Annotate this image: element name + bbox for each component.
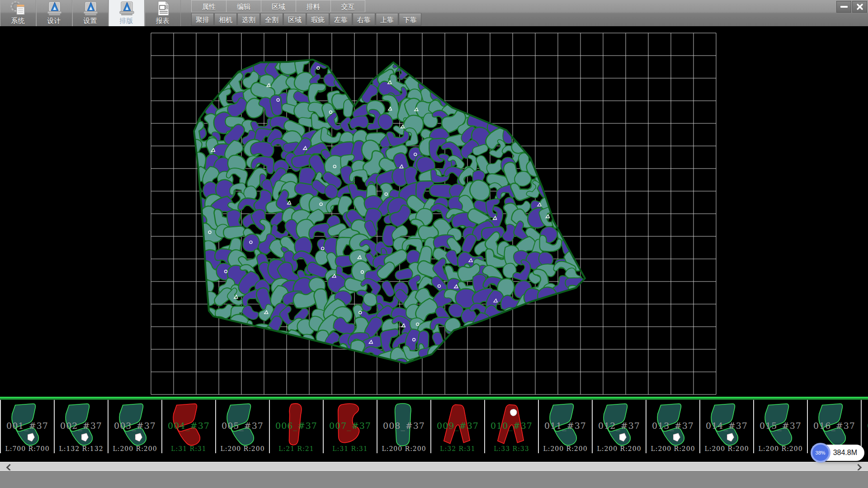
piece-lr-count: L:132 R:132 — [55, 445, 108, 452]
window-minimize-button[interactable] — [836, 1, 851, 13]
piece-id: 003_#37 — [108, 421, 161, 431]
memory-status-pill: 38% 384.8M — [812, 445, 864, 461]
piece-thumbnail[interactable]: 007_#37L:31 R:31 — [323, 400, 377, 453]
piece-thumbnail[interactable]: 010_#37L:33 R:33 — [484, 400, 538, 453]
tool-button-select-cut[interactable]: 选割 — [237, 13, 260, 26]
piece-thumbnail[interactable]: 003_#37L:200 R:200 — [108, 400, 161, 453]
tool-button-cut-all[interactable]: 全割 — [260, 13, 283, 26]
piece-lr-count: L:200 R:200 — [646, 445, 699, 452]
tool-button-bar: 聚排相机选割全割区域瑕疵左靠右靠上靠下靠 — [191, 13, 422, 26]
horizontal-scrollbar[interactable] — [0, 462, 868, 470]
tool-button-snap-top[interactable]: 上靠 — [376, 13, 398, 26]
main-button-layout[interactable]: 排版 — [108, 0, 145, 26]
piece-thumbnail[interactable]: 005_#37L:200 R:200 — [215, 400, 269, 453]
piece-thumbnail[interactable]: 017_#37L:31 R:31 — [861, 400, 868, 453]
window-controls — [835, 1, 867, 13]
main-button-design[interactable]: 设计 — [36, 0, 72, 26]
piece-thumbnail[interactable]: 011_#37L:200 R:200 — [538, 400, 592, 453]
menu-tab-bar: 属性编辑区域排料交互 — [191, 0, 365, 13]
tool-button-cluster-nest[interactable]: 聚排 — [191, 13, 214, 26]
piece-thumbnail[interactable]: 009_#37L:32 R:31 — [430, 400, 484, 453]
piece-lr-count: L:31 R:31 — [324, 445, 377, 452]
menu-tab-nesting[interactable]: 排料 — [296, 0, 330, 12]
piece-lr-count: L:200 R:200 — [593, 445, 646, 452]
piece-id: 016_#37 — [808, 421, 861, 431]
piece-id: 012_#37 — [593, 421, 646, 431]
piece-lr-count: L:200 R:200 — [754, 445, 807, 452]
progress-badge: 38% — [811, 443, 830, 463]
piece-lr-count: L:31 R:31 — [162, 445, 215, 452]
menu-tab-region[interactable]: 区域 — [261, 0, 296, 12]
main-button-label: 排版 — [120, 17, 133, 25]
piece-id: 007_#37 — [324, 421, 377, 431]
nesting-canvas[interactable] — [0, 26, 868, 397]
menu-tab-properties[interactable]: 属性 — [191, 0, 226, 12]
piece-id: 002_#37 — [55, 421, 108, 431]
piece-id: 014_#37 — [700, 421, 753, 431]
tool-button-region[interactable]: 区域 — [283, 13, 306, 26]
scroll-left-icon[interactable] — [6, 464, 14, 471]
main-button-report[interactable]: 报表 — [145, 0, 181, 26]
main-button-label: 报表 — [156, 17, 170, 25]
tool-button-camera[interactable]: 相机 — [214, 13, 237, 26]
piece-lr-count: L:700 R:700 — [1, 445, 54, 452]
menu-tab-edit[interactable]: 编辑 — [226, 0, 261, 12]
piece-lr-count: L:200 R:200 — [700, 445, 753, 452]
piece-lr-count: L:200 R:200 — [377, 445, 430, 452]
strip-lower-gap — [0, 454, 868, 462]
nested-pieces — [179, 40, 607, 386]
close-icon — [856, 3, 863, 10]
piece-lr-count: L:33 R:33 — [485, 445, 538, 452]
design-icon — [45, 0, 63, 17]
titlebar: 系统设计设置排版报表 属性编辑区域排料交互 聚排相机选割全割区域瑕疵左靠右靠上靠… — [0, 0, 868, 27]
progress-percent: 38% — [816, 450, 826, 455]
piece-id: 011_#37 — [539, 421, 592, 431]
main-button-label: 设置 — [84, 17, 97, 25]
window-close-button[interactable] — [852, 1, 867, 13]
piece-thumbnail[interactable]: 015_#37L:200 R:200 — [753, 400, 807, 453]
settings-icon — [81, 0, 99, 17]
piece-thumbnail[interactable]: 008_#37L:200 R:200 — [377, 400, 430, 453]
piece-id: 015_#37 — [754, 421, 807, 431]
piece-id: 008_#37 — [377, 421, 430, 431]
tool-button-defect[interactable]: 瑕疵 — [307, 13, 329, 26]
piece-id: 005_#37 — [216, 421, 269, 431]
main-button-system[interactable]: 系统 — [0, 0, 36, 26]
nesting-app-window: 系统设计设置排版报表 属性编辑区域排料交互 聚排相机选割全割区域瑕疵左靠右靠上靠… — [0, 0, 868, 488]
piece-lr-count: L:200 R:200 — [539, 445, 592, 452]
piece-thumbnail[interactable]: 006_#37L:21 R:21 — [269, 400, 323, 453]
tool-button-snap-bottom[interactable]: 下靠 — [399, 13, 421, 26]
window-bottom-band — [0, 470, 868, 488]
piece-lr-count: L:21 R:21 — [270, 445, 323, 452]
tool-button-snap-left[interactable]: 左靠 — [330, 13, 352, 26]
system-icon — [9, 0, 27, 17]
report-icon — [154, 0, 172, 17]
piece-id: 009_#37 — [431, 421, 484, 431]
memory-value: 384.8M — [833, 449, 857, 456]
piece-lr-count: L:200 R:200 — [216, 445, 269, 452]
piece-thumbnail[interactable]: 012_#37L:200 R:200 — [592, 400, 646, 453]
piece-thumbnail[interactable]: 013_#37L:200 R:200 — [646, 400, 699, 453]
piece-thumbnail[interactable]: 001_#37L:700 R:700 — [0, 400, 54, 453]
piece-id: 017_#37 — [862, 421, 868, 431]
thumbnail-strip: 001_#37L:700 R:700002_#37L:132 R:132003_… — [0, 397, 868, 454]
piece-lr-count: L:200 R:200 — [108, 445, 161, 452]
piece-thumbnail[interactable]: 002_#37L:132 R:132 — [54, 400, 108, 453]
scroll-right-icon[interactable] — [855, 464, 862, 471]
menu-tab-interaction[interactable]: 交互 — [330, 0, 365, 12]
piece-id: 010_#37 — [485, 421, 538, 431]
tool-button-snap-right[interactable]: 右靠 — [353, 13, 375, 26]
piece-id: 013_#37 — [646, 421, 699, 431]
piece-thumbnail[interactable]: 014_#37L:200 R:200 — [699, 400, 753, 453]
main-button-label: 系统 — [11, 17, 25, 25]
main-toolbar: 系统设计设置排版报表 — [0, 0, 181, 26]
layout-icon — [118, 0, 136, 17]
piece-thumbnail[interactable]: 004_#37L:31 R:31 — [161, 400, 215, 453]
piece-id: 006_#37 — [270, 421, 323, 431]
piece-id: 004_#37 — [162, 421, 215, 431]
main-button-settings[interactable]: 设置 — [72, 0, 108, 26]
minimize-icon — [840, 6, 848, 8]
piece-lr-count: L:32 R:31 — [431, 445, 484, 452]
piece-id: 001_#37 — [1, 421, 54, 431]
main-button-label: 设计 — [47, 17, 61, 25]
